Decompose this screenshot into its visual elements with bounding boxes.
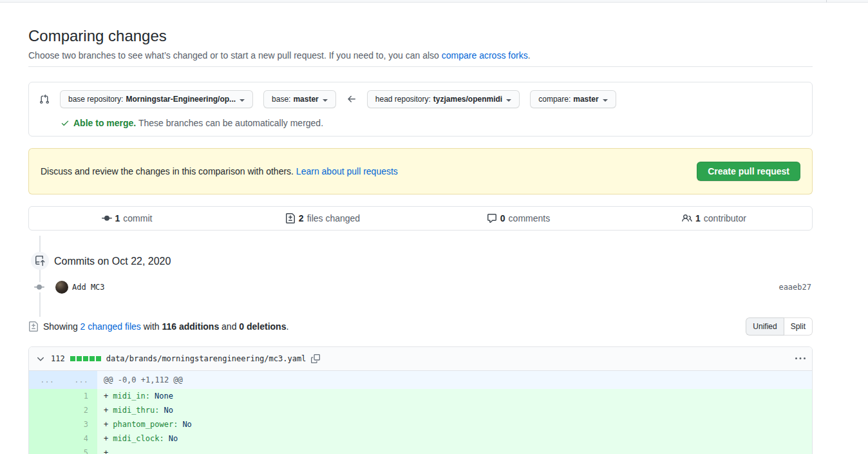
- page-title: Comparing changes: [28, 27, 167, 45]
- diffstat-square: [77, 356, 82, 361]
- plus-sign: +: [104, 448, 108, 454]
- compare-branch-dropdown[interactable]: compare: master: [530, 90, 616, 108]
- changed-files-link[interactable]: 2 changed files: [80, 321, 141, 332]
- base-repository-label: base repository:: [68, 95, 123, 104]
- contributors-label: contributor: [704, 213, 746, 223]
- diffstat-square: [70, 356, 75, 361]
- split-view-button[interactable]: Split: [784, 317, 813, 336]
- subtitle-period: .: [528, 50, 531, 61]
- diffstat-square: [90, 356, 95, 361]
- base-branch-value: master: [293, 95, 318, 104]
- files-changed-stat[interactable]: 2 files changed: [225, 207, 420, 230]
- copy-icon[interactable]: [311, 354, 320, 363]
- contributors-count: 1: [695, 213, 701, 223]
- diff-filename-link[interactable]: data/brands/morningstarengineering/mc3.y…: [106, 354, 307, 363]
- old-line-number[interactable]: [29, 446, 63, 454]
- old-line-number[interactable]: [29, 417, 63, 431]
- create-pull-request-button[interactable]: Create pull request: [697, 162, 800, 181]
- yaml-value: No: [169, 434, 178, 443]
- showing-and: and: [219, 321, 239, 332]
- merge-status-bold: Able to merge.: [73, 118, 136, 128]
- base-repository-value: Morningstar-Engineering/op...: [126, 95, 236, 104]
- hunk-header-text: @@ -0,0 +1,112 @@: [97, 371, 812, 389]
- comments-count: 0: [500, 213, 505, 223]
- yaml-key: phantom_power:: [113, 420, 178, 429]
- yaml-value: No: [164, 406, 173, 415]
- branch-compare-row: base repository: Morningstar-Engineering…: [39, 90, 802, 108]
- diff-file-card: 112 data/brands/morningstarengineering/m…: [28, 346, 813, 454]
- pull-request-banner: Discuss and review the changes in this c…: [28, 148, 813, 194]
- old-line-number[interactable]: [29, 403, 63, 417]
- branch-compare-box: base repository: Morningstar-Engineering…: [28, 82, 813, 137]
- file-diff-small-icon: [28, 321, 43, 332]
- comparison-stats-bar: 1 commit 2 files changed 0 comments 1 co…: [28, 206, 813, 231]
- kebab-icon[interactable]: [795, 354, 806, 364]
- learn-about-pull-requests-link[interactable]: Learn about pull requests: [296, 166, 398, 176]
- comments-label: comments: [509, 213, 551, 223]
- plus-sign: +: [104, 406, 108, 415]
- new-line-number[interactable]: 1: [63, 389, 97, 403]
- diff-hunk-row: ... ... @@ -0,0 +1,112 @@: [29, 371, 812, 389]
- comment-icon: [487, 213, 497, 223]
- base-branch-label: base:: [272, 95, 290, 104]
- diffstat-squares: [70, 356, 101, 361]
- old-line-number[interactable]: [29, 389, 63, 403]
- yaml-value: None: [155, 392, 173, 401]
- diffstat-square: [83, 356, 88, 361]
- git-commit-icon: [34, 282, 44, 292]
- diff-line: 5 +: [29, 446, 812, 454]
- chevron-down-icon: [240, 99, 245, 104]
- unified-view-button[interactable]: Unified: [746, 317, 784, 336]
- plus-sign: +: [104, 392, 108, 401]
- timeline-line: [39, 236, 41, 317]
- base-branch-dropdown[interactable]: base: master: [263, 90, 336, 108]
- files-summary-text: Showing 2 changed files with 116 additio…: [28, 321, 288, 332]
- yaml-value: No: [182, 420, 191, 429]
- commit-hash-link[interactable]: eaaeb27: [778, 283, 811, 292]
- head-repository-value: tyzjames/openmidi: [433, 95, 502, 104]
- diff-file-header: 112 data/brands/morningstarengineering/m…: [29, 347, 812, 371]
- top-header-strip: [0, 0, 868, 3]
- commits-stat[interactable]: 1 commit: [29, 207, 225, 230]
- diff-code: +midi_clock:No: [97, 431, 812, 446]
- page-subtitle: Choose two branches to see what’s change…: [28, 50, 531, 61]
- merge-status-rest: These branches can be automatically merg…: [136, 118, 323, 128]
- files-changed-label: files changed: [307, 213, 361, 223]
- avatar[interactable]: [55, 281, 68, 294]
- new-line-number[interactable]: 2: [63, 403, 97, 417]
- header-divider: [28, 66, 813, 67]
- banner-text: Discuss and review the changes in this c…: [41, 166, 398, 176]
- head-repository-label: head repository:: [375, 95, 431, 104]
- contributors-stat[interactable]: 1 contributor: [616, 207, 812, 230]
- head-repository-dropdown[interactable]: head repository: tyzjames/openmidi: [367, 90, 520, 108]
- new-line-number[interactable]: 5: [63, 446, 97, 454]
- new-line-number[interactable]: 4: [63, 431, 97, 446]
- commit-label: commit: [123, 213, 152, 223]
- base-repository-dropdown[interactable]: base repository: Morningstar-Engineering…: [60, 90, 253, 108]
- files-summary-row: Showing 2 changed files with 116 additio…: [28, 317, 813, 336]
- comments-stat[interactable]: 0 comments: [420, 207, 616, 230]
- yaml-key: midi_thru:: [113, 406, 159, 415]
- diff-code: +midi_thru:No: [97, 403, 812, 417]
- old-line-number[interactable]: [29, 431, 63, 446]
- chevron-down-icon: [603, 99, 608, 104]
- subtitle-text: Choose two branches to see what’s change…: [28, 50, 442, 61]
- deletions-count: 0 deletions: [239, 321, 286, 332]
- git-commit-icon: [102, 213, 112, 223]
- commit-count: 1: [115, 213, 120, 223]
- hunk-expand-new[interactable]: ...: [63, 371, 97, 389]
- commit-message-link[interactable]: Add MC3: [72, 283, 105, 292]
- diff-code: +: [97, 446, 812, 454]
- chevron-down-icon: [506, 99, 511, 104]
- showing-period: .: [286, 321, 288, 332]
- new-line-number[interactable]: 3: [63, 417, 97, 431]
- hunk-expand-old[interactable]: ...: [29, 371, 63, 389]
- commits-date-heading: Commits on Oct 22, 2020: [54, 256, 171, 267]
- diffstat-square: [96, 356, 101, 361]
- diff-code: +midi_in:None: [97, 389, 812, 403]
- compare-branch-value: master: [573, 95, 598, 104]
- chevron-down-icon[interactable]: [35, 354, 46, 364]
- compare-across-forks-link[interactable]: compare across forks: [442, 50, 528, 61]
- plus-sign: +: [104, 420, 108, 429]
- git-compare-icon: [39, 94, 50, 104]
